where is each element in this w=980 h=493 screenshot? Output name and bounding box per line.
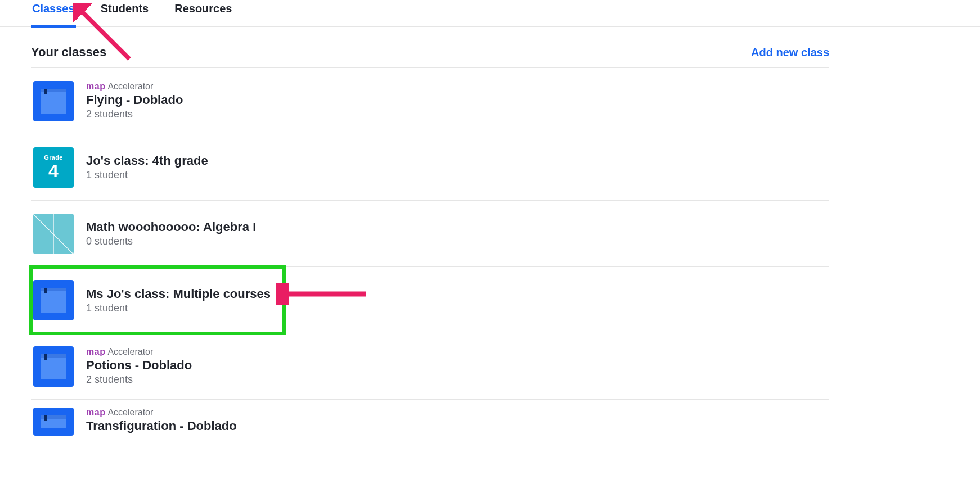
tab-resources[interactable]: Resources	[173, 0, 233, 25]
map-accelerator-badge: map Accelerator	[86, 347, 192, 357]
book-icon	[33, 346, 74, 387]
tab-students[interactable]: Students	[100, 0, 150, 25]
class-text: Ms Jo's class: Multiple courses 1 studen…	[86, 287, 271, 314]
class-name: Potions - Doblado	[86, 358, 192, 373]
class-text: Math wooohooooo: Algebra I 0 students	[86, 220, 256, 247]
section-header: Your classes Add new class	[31, 45, 829, 68]
map-accelerator-badge: map Accelerator	[86, 82, 183, 92]
add-new-class-link[interactable]: Add new class	[751, 46, 829, 59]
class-name: Flying - Doblado	[86, 93, 183, 107]
class-name: Ms Jo's class: Multiple courses	[86, 287, 271, 301]
class-text: Jo's class: 4th grade 1 student	[86, 153, 208, 181]
class-student-count: 0 students	[86, 236, 256, 247]
book-icon	[33, 280, 74, 320]
book-icon	[33, 408, 74, 436]
class-name: Jo's class: 4th grade	[86, 153, 208, 168]
tiles-icon	[33, 214, 74, 254]
map-word: Accelerator	[107, 82, 153, 92]
class-student-count: 2 students	[86, 108, 183, 120]
content-area: Your classes Add new class map Accelerat…	[0, 27, 980, 444]
class-name: Transfiguration - Doblado	[86, 419, 237, 433]
map-word: Accelerator	[107, 347, 153, 357]
grade-number: 4	[48, 162, 59, 180]
class-student-count: 1 student	[86, 169, 208, 181]
class-row[interactable]: Math wooohooooo: Algebra I 0 students	[31, 201, 829, 267]
tab-classes[interactable]: Classes	[31, 0, 76, 28]
section-title: Your classes	[31, 45, 106, 60]
map-logo: map	[86, 347, 105, 357]
book-icon	[33, 81, 74, 121]
class-row[interactable]: Grade 4 Jo's class: 4th grade 1 student	[31, 134, 829, 201]
map-accelerator-badge: map Accelerator	[86, 408, 237, 418]
grade-icon: Grade 4	[33, 147, 74, 188]
class-row[interactable]: map Accelerator Potions - Doblado 2 stud…	[31, 333, 829, 400]
grade-label: Grade	[44, 155, 62, 161]
map-logo: map	[86, 82, 105, 92]
class-student-count: 2 students	[86, 374, 192, 386]
class-row-highlighted[interactable]: Ms Jo's class: Multiple courses 1 studen…	[31, 267, 284, 333]
class-student-count: 1 student	[86, 302, 271, 314]
class-text: map Accelerator Potions - Doblado 2 stud…	[86, 347, 192, 386]
tab-bar: Classes Students Resources	[0, 0, 980, 27]
class-text: map Accelerator Flying - Doblado 2 stude…	[86, 82, 183, 120]
annotation-arrow-row	[276, 283, 371, 305]
map-logo: map	[86, 408, 105, 418]
map-word: Accelerator	[107, 408, 153, 418]
class-name: Math wooohooooo: Algebra I	[86, 220, 256, 234]
class-row[interactable]: map Accelerator Flying - Doblado 2 stude…	[31, 68, 829, 134]
class-text: map Accelerator Transfiguration - Doblad…	[86, 408, 237, 433]
class-row[interactable]: map Accelerator Transfiguration - Doblad…	[31, 400, 829, 444]
